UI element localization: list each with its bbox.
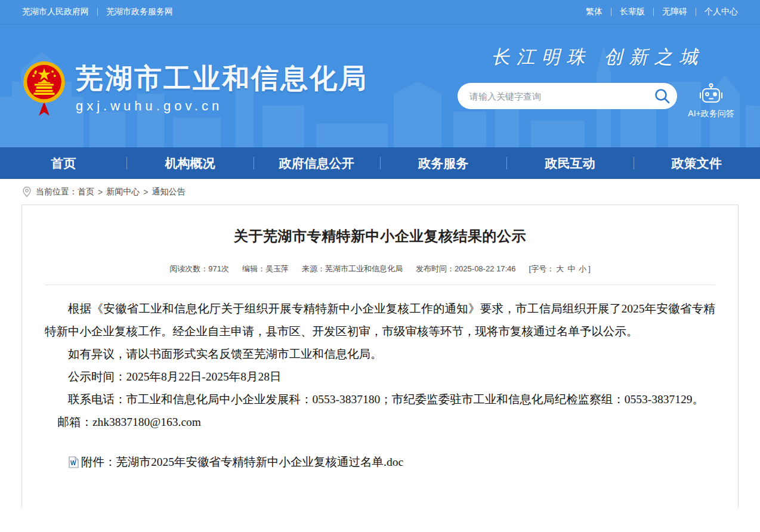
link-wuhu-gov[interactable]: 芜湖市人民政府网 [22,7,89,17]
meta-source: 来源：芜湖市工业和信息化局 [302,264,403,274]
meta-divider [45,284,715,285]
topbar-right-links: 繁体 长辈版 无障碍 个人中心 [586,7,738,17]
divider [696,8,696,16]
paragraph: 联系电话：市工业和信息化局中小企业发展科：0553-3837180；市纪委监委驻… [45,388,715,411]
breadcrumb-separator: > [143,187,148,197]
link-traditional-chinese[interactable]: 繁体 [586,7,603,17]
header-right-area: 长江明珠 创新之城 [458,45,738,147]
site-header: 芜湖市工业和信息化局 gxj.wuhu.gov.cn 长江明珠 创新之城 [0,24,760,147]
breadcrumb-news-center[interactable]: 新闻中心 [106,187,140,197]
divider [611,8,611,16]
link-wuhu-service[interactable]: 芜湖市政务服务网 [106,7,173,17]
location-pin-icon [22,186,32,197]
meta-editor: 编辑：吴玉萍 [242,264,289,274]
site-search [458,83,677,109]
article-meta: 阅读次数：971次 编辑：吴玉萍 来源：芜湖市工业和信息化局 发布时间：2025… [45,264,715,274]
font-size-suffix: ] [588,264,591,273]
divider [97,8,98,16]
site-title: 芜湖市工业和信息化局 [76,63,368,94]
search-input[interactable] [458,83,677,109]
link-personal-center[interactable]: 个人中心 [705,7,738,17]
meta-view-count: 阅读次数：971次 [169,264,229,274]
link-elder-version[interactable]: 长辈版 [620,7,645,17]
article-body: 根据《安徽省工业和信息化厅关于组织开展专精特新中小企业复核工作的通知》要求，市工… [45,298,715,434]
divider [653,8,654,16]
topbar-left-links: 芜湖市人民政府网 芜湖市政务服务网 [22,7,173,17]
font-size-medium-button[interactable]: 中 [567,264,575,273]
nav-gov-info-disclosure[interactable]: 政府信息公开 [254,147,380,179]
nav-public-interaction[interactable]: 政民互动 [506,147,633,179]
paragraph: 公示时间：2025年8月22日-2025年8月28日 [45,366,715,388]
font-size-small-button[interactable]: 小 [579,264,586,273]
font-size-large-button[interactable]: 大 [556,264,564,273]
paragraph-email: 邮箱：zhk3837180@163.com [45,411,715,434]
font-size-prefix: [字号： [529,264,555,273]
link-accessibility[interactable]: 无障碍 [662,7,687,17]
breadcrumb-home[interactable]: 首页 [78,187,94,197]
breadcrumb-prefix: 当前位置： [36,187,78,197]
main-nav: 首页 机构概况 政府信息公开 政务服务 政民互动 政策文件 [0,147,760,179]
breadcrumb: 当前位置： 首页 > 新闻中心 > 通知公告 [0,179,760,205]
nav-home[interactable]: 首页 [0,147,126,179]
attachment-row: W 附件： 芜湖市2025年安徽省专精特新中小企业复核通过名单.doc [45,454,715,470]
city-slogan: 长江明珠 创新之城 [458,45,738,70]
national-emblem-icon [22,61,66,116]
search-button[interactable] [651,85,674,107]
article-title: 关于芜湖市专精特新中小企业复核结果的公示 [45,227,715,246]
site-domain: gxj.wuhu.gov.cn [76,98,368,114]
nav-policy-documents[interactable]: 政策文件 [634,147,760,179]
paragraph: 根据《安徽省工业和信息化厅关于组织开展专精特新中小企业复核工作的通知》要求，市工… [45,298,715,343]
attachment-prefix: 附件： [81,454,116,470]
meta-publish-time: 发布时间：2025-08-22 17:46 [416,264,516,274]
font-size-control: [字号：大中小] [529,264,591,274]
breadcrumb-separator: > [98,187,103,197]
brand-text: 芜湖市工业和信息化局 gxj.wuhu.gov.cn [76,63,368,115]
nav-org-overview[interactable]: 机构概况 [126,147,253,179]
robot-icon [697,83,725,104]
site-logo-home-link[interactable]: 芜湖市工业和信息化局 gxj.wuhu.gov.cn [22,29,368,147]
top-utility-bar: 芜湖市人民政府网 芜湖市政务服务网 繁体 长辈版 无障碍 个人中心 [0,0,760,24]
search-icon [653,87,671,105]
breadcrumb-notices[interactable]: 通知公告 [152,187,185,197]
ai-qa-entry[interactable]: AI+政务问答 [685,83,737,119]
paragraph: 如有异议，请以书面形式实名反馈至芜湖市工业和信息化局。 [45,343,715,366]
svg-text:W: W [70,460,76,466]
ai-qa-label: AI+政务问答 [685,109,737,119]
word-doc-icon: W [69,456,79,468]
article-card: 关于芜湖市专精特新中小企业复核结果的公示 阅读次数：971次 编辑：吴玉萍 来源… [21,205,739,508]
nav-gov-services[interactable]: 政务服务 [380,147,506,179]
attachment-link[interactable]: 芜湖市2025年安徽省专精特新中小企业复核通过名单.doc [116,454,404,470]
